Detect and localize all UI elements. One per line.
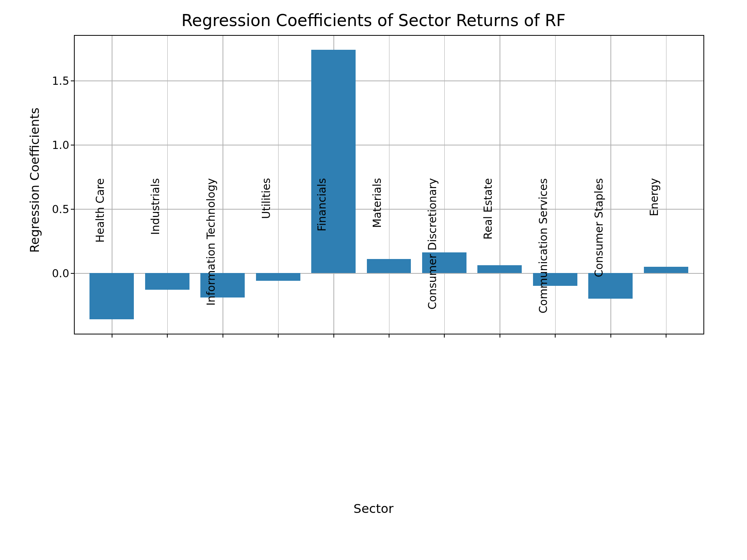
y-tick-label: 1.5	[23, 74, 69, 87]
x-tick-label: Health Care	[94, 178, 107, 341]
y-tick-mark	[71, 209, 74, 210]
x-tick-label: Materials	[371, 178, 384, 341]
gridline-v	[555, 36, 556, 334]
plot-inner	[75, 36, 703, 334]
x-tick-label: Consumer Discretionary	[426, 178, 439, 341]
y-tick-mark	[71, 273, 74, 274]
x-tick-mark	[666, 334, 666, 338]
chart-title: Regression Coefficients of Sector Return…	[0, 11, 747, 30]
x-tick-label: Financials	[316, 178, 328, 341]
y-tick-mark	[71, 80, 74, 81]
x-tick-mark	[112, 334, 112, 338]
x-axis-label: Sector	[0, 501, 747, 516]
y-tick-label: 1.0	[23, 138, 69, 151]
x-tick-mark	[167, 334, 168, 338]
x-tick-label: Energy	[648, 178, 661, 341]
x-tick-label: Communication Services	[537, 178, 550, 341]
y-tick-label: 0.0	[23, 267, 69, 280]
x-tick-label: Utilities	[260, 178, 273, 341]
gridline-v	[500, 36, 500, 334]
x-tick-mark	[444, 334, 445, 338]
figure: Regression Coefficients of Sector Return…	[0, 0, 747, 560]
x-tick-label: Real Estate	[482, 178, 494, 341]
x-tick-label: Information Technology	[205, 178, 217, 341]
x-tick-label: Consumer Staples	[593, 178, 605, 341]
x-tick-mark	[389, 334, 389, 338]
gridline-v	[278, 36, 279, 334]
y-tick-mark	[71, 145, 74, 145]
y-tick-label: 0.5	[23, 203, 69, 215]
x-tick-mark	[223, 334, 223, 338]
gridline-v	[444, 36, 445, 334]
x-tick-mark	[610, 334, 611, 338]
y-axis-label: Regression Coefficients	[27, 108, 42, 253]
gridline-v	[389, 36, 390, 334]
x-tick-mark	[333, 334, 334, 338]
x-tick-mark	[555, 334, 556, 338]
x-tick-label: Industrials	[149, 178, 162, 341]
x-tick-mark	[500, 334, 500, 338]
plot-area	[74, 35, 704, 334]
gridline-v	[666, 36, 667, 334]
x-tick-mark	[278, 334, 279, 338]
